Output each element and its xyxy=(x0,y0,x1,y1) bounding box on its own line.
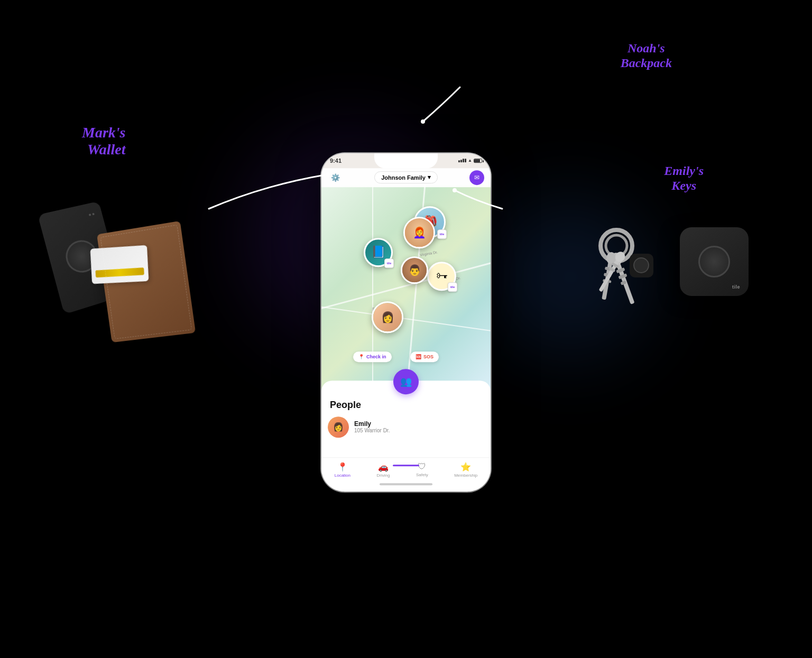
emilys-keys-annotation: Emily'sKeys xyxy=(664,164,704,193)
nav-membership-label: Membership xyxy=(454,473,477,478)
checkin-label: Check in xyxy=(366,354,386,359)
wifi-icon: ▲ xyxy=(468,158,472,163)
nav-item-membership[interactable]: ⭐ Membership xyxy=(454,462,477,478)
emily-name: Emily xyxy=(354,420,484,428)
physical-keys xyxy=(561,222,667,349)
sos-label: SOS xyxy=(423,354,433,359)
wallet-stitching xyxy=(100,225,192,339)
map-pin-person2[interactable]: 👨 xyxy=(401,256,428,284)
noahs-backpack-arrow xyxy=(423,87,460,122)
person-row-emily: 👩 Emily 105 Warrior Dr. xyxy=(328,416,484,438)
arrow-head-backpack xyxy=(421,119,425,124)
nav-location-label: Location xyxy=(335,473,350,478)
signal2 xyxy=(460,160,462,163)
emily-location: 105 Warrior Dr. xyxy=(354,428,484,433)
bottom-panel: 👥 People 👩 Emily 105 Warrior Dr. 📍 Locat… xyxy=(321,381,491,492)
battery-fill xyxy=(474,159,480,162)
person1-pin-bubble: 👩‍🦰 xyxy=(403,217,435,248)
person1-face: 👩‍🦰 xyxy=(405,218,433,247)
wallet-tile-badge: tile xyxy=(384,258,394,268)
signal3 xyxy=(463,159,464,162)
scene: tile 9:41 ▲ xyxy=(0,0,812,658)
checkin-icon: 📍 xyxy=(358,354,364,359)
signal1 xyxy=(458,160,460,162)
person2-face: 👨 xyxy=(402,258,427,282)
tile-brand-text: tile xyxy=(732,284,740,290)
chevron-down-icon: ▾ xyxy=(428,174,431,181)
settings-button[interactable]: ⚙️ xyxy=(328,170,343,185)
driving-nav-icon: 🚗 xyxy=(378,462,389,472)
backpack-tile-badge: tile xyxy=(437,229,447,239)
person2-pin-bubble: 👨 xyxy=(401,256,428,284)
tile-logo-large xyxy=(698,246,730,277)
nav-item-driving[interactable]: 🚗 Driving xyxy=(377,462,390,478)
marks-wallet-annotation: Mark'sWallet xyxy=(82,124,125,158)
keys-tile-badge: tile xyxy=(448,282,457,292)
status-icons: ▲ xyxy=(458,158,482,163)
phone-screen: 9:41 ▲ ⚙️ John xyxy=(321,153,491,492)
person3-pin-bubble: 👩 xyxy=(372,301,403,333)
nav-active-indicator xyxy=(393,465,419,466)
person3-face: 👩 xyxy=(373,303,402,331)
family-selector[interactable]: Johnson Family ▾ xyxy=(374,171,438,183)
map-road-4 xyxy=(372,185,373,407)
map-label-virginia: Virginia Dr. xyxy=(419,250,438,257)
signal4 xyxy=(465,159,466,162)
phone: 9:41 ▲ ⚙️ John xyxy=(321,153,491,492)
map-pin-person1[interactable]: 👩‍🦰 xyxy=(403,217,435,248)
nav-driving-label: Driving xyxy=(377,473,390,478)
physical-wallet xyxy=(97,221,196,342)
emily-avatar: 👩 xyxy=(328,416,349,438)
people-fab-button[interactable]: 👥 xyxy=(393,369,419,394)
map-pin-person3[interactable]: 👩 xyxy=(372,301,403,333)
keys-svg xyxy=(561,222,667,349)
checkin-button[interactable]: 📍 Check in xyxy=(353,351,392,362)
membership-nav-icon: ⭐ xyxy=(460,462,471,472)
sos-button[interactable]: 🆘 SOS xyxy=(410,351,439,362)
map-pin-wallet[interactable]: 📘 tile xyxy=(364,238,393,267)
tile-square-device: tile xyxy=(680,227,749,296)
status-time: 9:41 xyxy=(330,157,342,164)
battery-icon xyxy=(474,159,482,163)
location-nav-icon: 📍 xyxy=(337,462,348,472)
dot1 xyxy=(89,214,91,216)
noahs-backpack-annotation: Noah'sBackpack xyxy=(621,41,672,70)
sos-icon: 🆘 xyxy=(416,354,421,359)
nav-safety-label: Safety xyxy=(416,472,428,477)
phone-notch xyxy=(374,153,438,168)
map-pin-keys[interactable]: 🗝 tile xyxy=(427,262,456,291)
phone-home-indicator xyxy=(380,483,432,485)
messages-button[interactable]: ✉ xyxy=(469,170,484,185)
svg-point-17 xyxy=(634,258,649,273)
map-road-1 xyxy=(321,241,491,330)
bottom-nav: 📍 Location 🚗 Driving 🛡 Safety ⭐ Membersh… xyxy=(321,457,491,492)
nav-item-location[interactable]: 📍 Location xyxy=(335,462,350,478)
emily-info: Emily 105 Warrior Dr. xyxy=(354,420,484,433)
safety-nav-icon: 🛡 xyxy=(418,462,426,471)
people-section-title: People xyxy=(330,400,361,411)
dot2 xyxy=(92,213,95,216)
tile-slim-dots xyxy=(89,213,95,216)
family-name: Johnson Family xyxy=(381,174,426,181)
app-header: ⚙️ Johnson Family ▾ ✉ xyxy=(321,168,491,187)
